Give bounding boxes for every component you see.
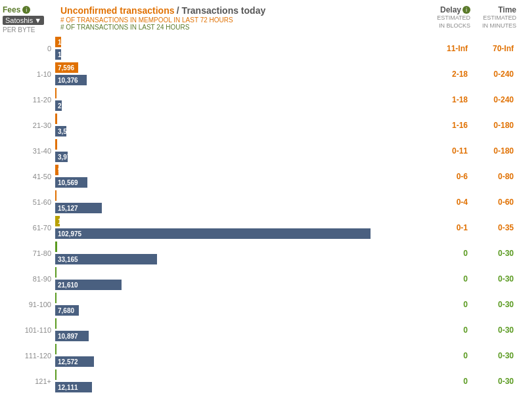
title-section: Unconfirmed transactions / Transactions … [55, 5, 424, 31]
table-row: 41-5099310,5690-60-80 [3, 164, 516, 188]
fees-info-icon[interactable]: i [22, 6, 30, 14]
time-header: Time ESTIMATED IN MINUTES [470, 5, 516, 30]
row-values: 00-30 [424, 318, 516, 342]
bar-label: 1,961 [55, 51, 74, 58]
row-values: 1-160-180 [424, 113, 516, 137]
bar-label: 1,834 [55, 39, 74, 46]
bar-label: 633 [55, 243, 69, 251]
bar-group: 25521,610 [55, 266, 424, 291]
delay-info-icon[interactable]: i [463, 6, 470, 14]
table-row: 31-405433,9710-110-180 [3, 138, 516, 163]
time-value: 0-240 [470, 70, 516, 79]
y-label: 61-70 [3, 215, 55, 240]
bar-label: 993 [55, 167, 69, 174]
row-values: 2-180-240 [424, 62, 516, 86]
bar-label: 325 [55, 192, 69, 200]
delay-value: 0 [424, 351, 470, 360]
table-row: 61-701,405102,9750-10-35 [3, 215, 516, 240]
chart-rows: 01,8341,96111-Inf70-Inf1-107,59610,3762-… [3, 36, 516, 393]
table-row: 81-9025521,61000-30 [3, 266, 516, 291]
bar-group: 7,59610,376 [55, 62, 424, 86]
delay-header: Delay i ESTIMATED IN BLOCKS [424, 5, 470, 30]
bar-group: 99310,569 [55, 164, 424, 188]
time-value: 0-35 [470, 223, 516, 232]
fees-per-byte: PER BYTE [3, 26, 55, 33]
y-label: 21-30 [3, 113, 55, 137]
bar-group: 5563,582 [55, 113, 424, 137]
bar-group: 1317,680 [55, 292, 424, 316]
y-label: 1-10 [3, 62, 55, 86]
bar-label: 543 [55, 141, 69, 148]
bar-group: 63333,165 [55, 241, 424, 265]
table-row: 21-305563,5821-160-180 [3, 113, 516, 137]
delay-value: 0 [424, 326, 470, 335]
bar-group: 32515,127 [55, 190, 424, 214]
table-row: 111-12015212,57200-30 [3, 343, 516, 368]
delay-value: 0-1 [424, 223, 470, 232]
row-values: 00-30 [424, 343, 516, 368]
row-values: 0-40-60 [424, 190, 516, 214]
subtitle2: # OF TRANSACTIONS IN LAST 24 HOURS [60, 24, 424, 31]
bar-label: 7,680 [55, 307, 74, 314]
delay-value: 0-4 [424, 198, 470, 207]
y-label: 11-20 [3, 87, 55, 112]
main-title: Unconfirmed transactions / Transactions … [60, 5, 424, 16]
row-values: 11-Inf70-Inf [424, 36, 516, 60]
fees-dropdown[interactable]: Satoshis ▼ [3, 16, 44, 25]
bar-label: 255 [55, 269, 69, 276]
y-label: 81-90 [3, 266, 55, 291]
time-value: 0-180 [470, 121, 516, 130]
bar-label: 33,165 [55, 256, 78, 263]
bar-label: 161 [55, 320, 69, 327]
delay-value: 2-18 [424, 70, 470, 79]
subtitle1: # OF TRANSACTIONS IN MEMPOOL IN LAST 72 … [60, 16, 424, 24]
time-value: 0-30 [470, 351, 516, 360]
y-label: 51-60 [3, 190, 55, 214]
bar-label: 12,111 [55, 384, 78, 391]
delay-value: 0 [424, 274, 470, 284]
time-value: 0-30 [470, 377, 516, 386]
bar-label: 102,975 [55, 230, 81, 238]
bar-label: 556 [55, 116, 69, 123]
time-value: 70-Inf [470, 44, 516, 53]
table-row: 1-107,59610,3762-180-240 [3, 62, 516, 86]
bar-label: 21,610 [55, 282, 78, 289]
time-value: 0-180 [470, 146, 516, 156]
fees-section: Fees i Satoshis ▼ PER BYTE [3, 5, 55, 33]
table-row: 121+23712,11100-30 [3, 369, 516, 393]
fees-label: Fees [3, 5, 20, 14]
bar-label: 131 [55, 295, 69, 302]
bar-group: 15212,572 [55, 343, 424, 368]
bar-label: 449 [55, 90, 69, 97]
time-value: 0-80 [470, 172, 516, 181]
table-row: 91-1001317,68000-30 [3, 292, 516, 316]
time-value: 0-30 [470, 274, 516, 284]
bar-label: 152 [55, 346, 69, 353]
y-label: 71-80 [3, 241, 55, 265]
row-values: 0-110-180 [424, 138, 516, 163]
delay-sub: ESTIMATED IN BLOCKS [424, 14, 470, 30]
delay-value: 0 [424, 249, 470, 258]
delay-value: 11-Inf [424, 44, 470, 53]
y-label: 111-120 [3, 343, 55, 368]
bar-label: 7,596 [55, 64, 74, 72]
bar-label: 10,897 [55, 333, 78, 340]
bar-label: 1,405 [55, 218, 74, 225]
time-value: 0-240 [470, 95, 516, 104]
bar-group: 23712,111 [55, 369, 424, 393]
bar-label: 15,127 [55, 205, 78, 212]
bar-label: 12,572 [55, 358, 78, 366]
bar-label: 2,065 [55, 102, 74, 110]
row-values: 0-10-35 [424, 215, 516, 240]
delay-value: 0 [424, 300, 470, 309]
time-sub: ESTIMATED IN MINUTES [470, 14, 516, 30]
bar-label: 10,569 [55, 179, 78, 186]
time-value: 0-30 [470, 300, 516, 309]
y-label: 0 [3, 36, 55, 60]
row-values: 00-30 [424, 266, 516, 291]
bar-group: 4492,065 [55, 87, 424, 112]
table-row: 51-6032515,1270-40-60 [3, 190, 516, 214]
row-values: 00-30 [424, 369, 516, 393]
delay-value: 0-11 [424, 146, 470, 156]
main-container: Fees i Satoshis ▼ PER BYTE Unconfirmed t… [0, 0, 519, 400]
